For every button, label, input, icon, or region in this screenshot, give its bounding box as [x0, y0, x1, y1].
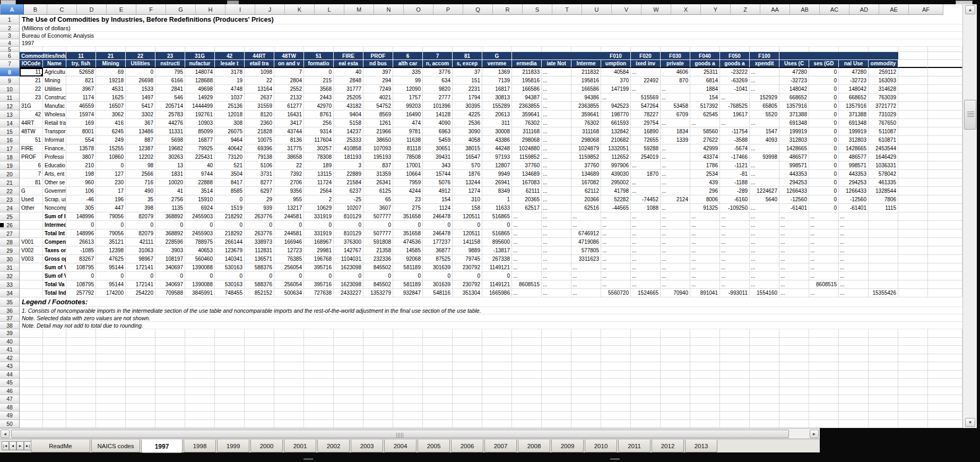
cell-ac29[interactable]: ...: [839, 246, 869, 255]
cell[interactable]: [126, 362, 155, 371]
cell-m20[interactable]: 31359: [363, 170, 393, 178]
cell[interactable]: [601, 329, 631, 338]
cell[interactable]: [126, 395, 155, 404]
column-header-z[interactable]: Z: [731, 4, 760, 15]
sheet-tab-2009[interactable]: 2009: [551, 440, 584, 452]
column-header-k[interactable]: K: [285, 4, 315, 15]
cell[interactable]: [304, 354, 334, 363]
cell-n34[interactable]: 932847: [393, 289, 423, 297]
cell[interactable]: [66, 420, 96, 429]
row-header-10[interactable]: 10: [0, 85, 20, 93]
column-header-s[interactable]: S: [523, 4, 552, 15]
cell[interactable]: [720, 379, 750, 387]
cell[interactable]: [304, 387, 334, 396]
cell[interactable]: [245, 354, 274, 363]
cell-a22[interactable]: G: [20, 187, 43, 195]
cell-k31[interactable]: 395716: [304, 263, 334, 272]
cell-l9[interactable]: 2848: [334, 76, 363, 85]
cell-h33[interactable]: 530163: [215, 280, 245, 289]
cell-z32[interactable]: ...: [750, 272, 779, 280]
cell-l16[interactable]: 25333: [334, 136, 363, 144]
cell-q19[interactable]: 12807: [482, 161, 512, 170]
cell-k30[interactable]: 196768: [304, 255, 334, 263]
cell-l33[interactable]: 1623098: [334, 280, 363, 289]
cell-ad34[interactable]: 15355426: [869, 289, 898, 297]
cell-s29[interactable]: ...: [542, 246, 571, 255]
cell[interactable]: [750, 404, 779, 412]
cell-r16[interactable]: 298068: [512, 136, 542, 144]
row-header-32[interactable]: 32: [0, 272, 20, 280]
cell-m11[interactable]: 4021: [363, 93, 393, 102]
cell[interactable]: [66, 47, 96, 52]
cell-o29[interactable]: 36877: [423, 246, 453, 255]
cell-ab17[interactable]: 0: [809, 144, 839, 153]
cell-a17[interactable]: FIRE: [20, 144, 43, 153]
cell-h13[interactable]: 12018: [215, 110, 245, 119]
cell-p30[interactable]: 79745: [453, 255, 482, 263]
cell-i24[interactable]: 939: [245, 204, 274, 212]
cell-h24[interactable]: 1519: [215, 204, 245, 212]
cell[interactable]: [512, 412, 542, 420]
cell-aa27[interactable]: ...: [779, 229, 809, 238]
cell[interactable]: [245, 412, 274, 420]
cell-i23[interactable]: 29: [245, 195, 274, 204]
cell-c31[interactable]: 108795: [66, 263, 96, 272]
cell-v31[interactable]: ...: [631, 263, 661, 272]
cell-u19[interactable]: 997906: [601, 161, 631, 170]
cell[interactable]: [43, 371, 66, 379]
cell[interactable]: [661, 379, 690, 387]
cell[interactable]: [512, 395, 542, 404]
cell-e23[interactable]: 35: [126, 195, 155, 204]
row-header-26[interactable]: 26: [0, 221, 20, 229]
column-header-c[interactable]: C: [47, 4, 77, 15]
cell[interactable]: [423, 395, 453, 404]
cell-i25[interactable]: 263776: [245, 212, 274, 221]
cell[interactable]: [928, 412, 962, 420]
cell-b16[interactable]: Informat: [43, 136, 66, 144]
cell[interactable]: [601, 404, 631, 412]
cell[interactable]: [571, 362, 601, 371]
cell[interactable]: [334, 404, 363, 412]
cell[interactable]: [126, 329, 155, 338]
cell[interactable]: [779, 379, 809, 387]
cell[interactable]: [542, 47, 571, 52]
cell-g19[interactable]: 40: [185, 161, 215, 170]
cell-y34[interactable]: -993011: [720, 289, 750, 297]
cell[interactable]: [869, 47, 898, 52]
cell[interactable]: [453, 420, 482, 429]
cell-g9[interactable]: 128688: [185, 76, 215, 85]
cell[interactable]: [126, 404, 155, 412]
cell-f14[interactable]: 44276: [155, 119, 185, 127]
cell[interactable]: [898, 272, 928, 280]
cell-f34[interactable]: 709588: [155, 289, 185, 297]
cell-ab16[interactable]: 0: [809, 136, 839, 144]
sheet-tab-2013[interactable]: 2013: [685, 440, 717, 452]
cell-y20[interactable]: -81: [720, 170, 750, 178]
cell[interactable]: [631, 338, 661, 346]
cell-p10[interactable]: 2231: [453, 85, 482, 93]
cell-v24[interactable]: 1088: [631, 204, 661, 212]
cell[interactable]: [839, 338, 869, 346]
cell[interactable]: [245, 387, 274, 396]
cell[interactable]: [898, 404, 928, 412]
cell-i8[interactable]: 1098: [245, 68, 274, 76]
cell-w20[interactable]: ...: [661, 170, 690, 178]
cell[interactable]: [393, 362, 423, 371]
cell[interactable]: [334, 346, 363, 354]
cell-n28[interactable]: 474536: [393, 238, 423, 246]
cell-p21[interactable]: 13244: [453, 178, 482, 187]
cell-a28[interactable]: V001: [20, 238, 43, 246]
cell[interactable]: [839, 379, 869, 387]
cell-k16[interactable]: 117604: [304, 136, 334, 144]
cell-ab27[interactable]: ...: [809, 229, 839, 238]
row-header-2[interactable]: 2: [0, 24, 20, 32]
cell-g22[interactable]: 3514: [185, 187, 215, 195]
cell[interactable]: [898, 204, 928, 212]
cell[interactable]: [779, 387, 809, 396]
cell-e24[interactable]: 398: [126, 204, 155, 212]
cell-i18[interactable]: 79138: [245, 153, 274, 161]
cell[interactable]: [809, 412, 839, 420]
cell-r30[interactable]: ...: [512, 255, 542, 263]
row-header-40[interactable]: 40: [0, 338, 20, 346]
cell[interactable]: [869, 346, 898, 354]
